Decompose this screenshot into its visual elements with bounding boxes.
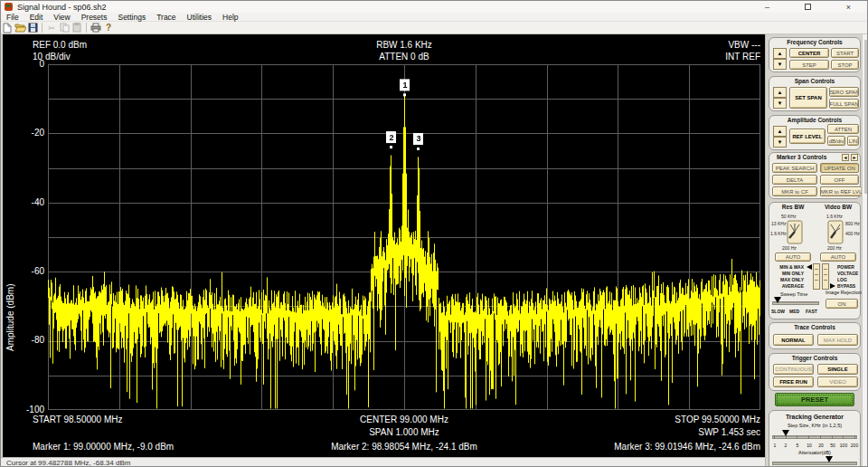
panel-scrollbar-thumb[interactable] <box>864 40 867 194</box>
ref-level-button[interactable]: REF LEVEL <box>789 129 826 144</box>
step-tick-label: 200 <box>851 443 858 448</box>
y-tick: 0 <box>15 59 44 69</box>
center-freq-readout: CENTER 99.000 MHz <box>360 415 448 424</box>
detector-selector[interactable] <box>813 263 820 290</box>
full-span-button[interactable]: FULL SPAN <box>829 99 859 109</box>
marker-next-button[interactable]: ► <box>851 154 858 161</box>
menu-file[interactable]: File <box>1 13 24 22</box>
detector-pointer-icon <box>807 264 812 270</box>
menu-presets[interactable]: Presets <box>76 13 113 22</box>
y-axis-label: Amplitude (dBm) <box>5 179 15 351</box>
trigger-continuous-button[interactable]: CONTINUOUS <box>773 364 814 375</box>
marker-controls-group: Marker 3 Controls ◄ ► PEAK SEARCH UPDATE… <box>769 152 861 199</box>
app-window: Signal Hound - sp06.sh2 – × File Edit Vi… <box>0 0 868 467</box>
help-glyph: ? <box>106 23 111 33</box>
marker-update-button[interactable]: UPDATE ON <box>820 163 859 173</box>
marker-to-cf-button[interactable]: MKR to CF <box>772 186 817 196</box>
zero-span-button[interactable]: ZERO SPAN <box>829 87 859 97</box>
attenuator-slider[interactable] <box>772 462 857 465</box>
amplitude-down-button[interactable]: ▼ <box>773 137 787 148</box>
menu-settings[interactable]: Settings <box>112 13 151 22</box>
res-bw-auto-button[interactable]: AUTO <box>775 253 811 262</box>
stop-freq-readout: STOP 99.50000 MHz <box>675 415 760 424</box>
span-up-button[interactable]: ▲ <box>773 87 787 98</box>
menu-utilities[interactable]: Utilities <box>182 13 217 22</box>
marker2-readout: Marker 2: 98.98054 MHz, -24.1 dBm <box>331 442 477 452</box>
print-icon[interactable] <box>90 23 102 33</box>
peak-search-button[interactable]: PEAK SEARCH <box>772 163 817 173</box>
help-icon[interactable]: ? <box>102 23 115 33</box>
center-freq-button[interactable]: CENTER <box>789 48 829 58</box>
trigger-free-run-button[interactable]: FREE RUN <box>773 376 814 387</box>
frequency-up-button[interactable]: ▲ <box>773 48 787 59</box>
marker-off-button[interactable]: OFF <box>820 175 859 185</box>
start-freq-button[interactable]: START <box>831 48 859 58</box>
menu-trace[interactable]: Trace <box>151 13 181 22</box>
step-tick-label: 20 <box>818 443 824 448</box>
trigger-single-button[interactable]: SINGLE <box>817 364 858 375</box>
video-bw-title: Video BW <box>815 204 862 210</box>
video-bw-label: 1.6 KHz <box>826 214 843 219</box>
save-icon[interactable] <box>26 23 39 33</box>
sweep-time-label: Sweep Time <box>780 291 807 297</box>
up-arrow-icon: ▲ <box>778 51 783 56</box>
app-icon <box>5 3 13 11</box>
menu-edit[interactable]: Edit <box>24 13 49 22</box>
span-down-button[interactable]: ▼ <box>773 98 787 109</box>
scale-selector[interactable] <box>822 263 829 290</box>
res-bw-knob[interactable] <box>787 220 803 244</box>
ref-level-readout: REF 0.0 dBm <box>33 40 87 50</box>
close-button[interactable]: × <box>828 1 868 13</box>
right-arrow-icon: ► <box>853 155 857 160</box>
maximize-icon <box>805 4 811 10</box>
menu-help[interactable]: Help <box>217 13 243 22</box>
image-rejection-on-button[interactable]: ON <box>826 299 858 309</box>
lin-button[interactable]: LIN <box>847 136 859 146</box>
frequency-down-button[interactable]: ▼ <box>773 59 787 70</box>
detector-option: MIN ONLY <box>782 271 804 276</box>
video-bw-auto-button[interactable]: AUTO <box>820 253 856 262</box>
video-bw-label: 800 Hz <box>845 221 860 226</box>
amplitude-up-button[interactable]: ▲ <box>773 126 787 137</box>
start-freq-readout: START 98.50000 MHz <box>33 415 123 424</box>
bandwidth-group: Res BW Video BW 50 KHz 13 KHz 1.6 KHz 20… <box>769 202 861 319</box>
copy-icon[interactable] <box>58 23 71 33</box>
trace-normal-button[interactable]: NORMAL <box>773 334 814 346</box>
set-span-button[interactable]: SET SPAN <box>789 87 827 109</box>
trigger-video-button[interactable]: VIDEO <box>817 376 858 387</box>
panel-scrollbar[interactable] <box>862 34 868 467</box>
minimize-button[interactable]: – <box>747 1 788 13</box>
preset-button[interactable]: PRESET <box>775 393 854 406</box>
marker-prev-button[interactable]: ◄ <box>842 154 849 161</box>
marker-to-ref-button[interactable]: MKR to REF LVL <box>820 186 862 196</box>
sweep-med-label: MED <box>789 309 799 314</box>
new-file-icon[interactable] <box>1 23 14 33</box>
sweep-time-handle[interactable] <box>774 297 781 303</box>
res-bw-title: Res BW <box>769 204 816 210</box>
window-title: Signal Hound - sp06.sh2 <box>17 3 107 12</box>
step-size-handle[interactable] <box>782 430 789 436</box>
stop-freq-button[interactable]: STOP <box>831 60 859 70</box>
span-controls-title: Span Controls <box>769 78 860 84</box>
marker-delta-button[interactable]: DELTA <box>772 175 817 185</box>
video-bw-label: 200 Hz <box>827 245 842 251</box>
attenuator-handle[interactable] <box>826 456 833 462</box>
max-hold-button[interactable]: MAX HOLD <box>817 334 858 346</box>
scale-option: LOG <box>837 277 847 282</box>
atten-button[interactable]: ATTEN <box>827 124 859 134</box>
cut-icon[interactable]: ✂ <box>45 23 58 33</box>
step-freq-button[interactable]: STEP <box>789 60 829 70</box>
spectrum-plot[interactable] <box>48 64 760 410</box>
y-tick: -60 <box>15 266 44 276</box>
up-arrow-icon: ▲ <box>778 129 783 134</box>
maximize-button[interactable] <box>788 1 828 13</box>
menu-view[interactable]: View <box>48 13 75 22</box>
y-tick: -100 <box>15 405 44 415</box>
db-div-button[interactable]: dB/div <box>827 136 845 146</box>
open-file-icon[interactable] <box>14 23 26 33</box>
marker3-readout: Marker 3: 99.01946 MHz, -24.6 dBm <box>614 442 760 452</box>
sweep-slow-label: SLOW <box>771 309 785 314</box>
scale-pointer-icon <box>830 283 835 289</box>
video-bw-knob[interactable] <box>827 220 844 244</box>
paste-icon[interactable] <box>71 23 83 33</box>
